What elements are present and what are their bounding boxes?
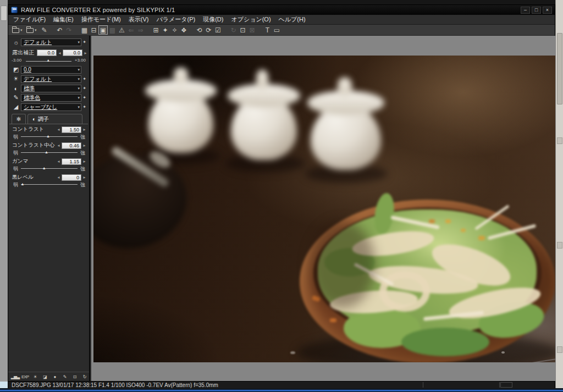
sharpness-tool-icon[interactable]: ✎: [60, 373, 69, 380]
black-level-decrement[interactable]: ◂: [57, 175, 60, 180]
color-preset-value: 標準色: [24, 94, 78, 102]
tone-tab-label: 調子: [38, 115, 49, 123]
exposure-slider[interactable]: -3.00 +3.00 ▲: [12, 57, 86, 65]
spot-tool-icon[interactable]: ✧: [170, 25, 179, 35]
slider-handle[interactable]: ▲: [42, 166, 46, 170]
black-level-value[interactable]: 0: [62, 174, 81, 181]
next-image-icon[interactable]: ⇒: [136, 25, 145, 35]
black-level-label: 黒レベル: [12, 174, 56, 181]
menu-develop[interactable]: 現像(D): [203, 15, 223, 24]
minimize-button[interactable]: –: [521, 7, 530, 14]
exposure-increment[interactable]: ▸: [84, 51, 87, 56]
menu-view[interactable]: 表示(V): [129, 15, 149, 24]
contrast-increment[interactable]: ▸: [82, 127, 86, 132]
gamma-increment[interactable]: ▸: [82, 159, 86, 164]
slider-handle[interactable]: ▲: [45, 150, 48, 154]
rotate-left-icon[interactable]: ⟲: [195, 25, 204, 35]
white-balance-favorite-button[interactable]: ✦: [81, 76, 87, 81]
thumbnail-view-icon[interactable]: ▦: [80, 25, 89, 35]
taste-favorite-button[interactable]: ✦: [81, 40, 87, 45]
black-level-slider[interactable]: 弱 強 ▲: [12, 181, 86, 188]
color-tool-icon[interactable]: ●: [51, 373, 59, 380]
open-file-caret[interactable]: ▾: [20, 28, 24, 32]
gamma-label: ガンマ: [12, 158, 56, 165]
refresh-icon[interactable]: ↻: [229, 25, 238, 35]
exposure-spin-value[interactable]: 0.0: [63, 49, 82, 56]
exposure-preset-dropdown[interactable]: 0.0 ▾: [21, 66, 81, 74]
color-favorite-button[interactable]: ✦: [81, 95, 87, 100]
picker-tool-icon[interactable]: ❖: [179, 25, 189, 35]
carrot-bit: [429, 219, 435, 223]
sharpness-icon: ◢: [11, 103, 21, 111]
combined-view-icon[interactable]: ⊟: [89, 25, 98, 35]
tone-tool-icon[interactable]: ◪: [41, 373, 49, 380]
app-icon: [11, 7, 18, 13]
taste-value: デフォルト: [24, 38, 78, 46]
close-button[interactable]: ×: [543, 7, 552, 14]
white-balance-icon: ☀: [11, 75, 21, 82]
menu-parameters[interactable]: パラメータ(P): [156, 15, 195, 24]
text-tool-icon[interactable]: T: [263, 25, 272, 35]
undo-icon[interactable]: ↶: [55, 25, 64, 35]
white-balance-tool-icon[interactable]: ☀: [31, 373, 39, 380]
warning-display-icon[interactable]: ⚠: [117, 25, 126, 35]
contrast-center-decrement[interactable]: ◂: [57, 143, 60, 148]
display-settings-icon[interactable]: ▭: [272, 25, 282, 35]
contrast-center-increment[interactable]: ▸: [82, 143, 86, 148]
color-preset-dropdown[interactable]: 標準色 ▾: [21, 94, 81, 102]
gamma-control: ガンマ ◂ 1.15 ▸ 弱 強 ▲: [8, 156, 89, 172]
photo-preview[interactable]: [93, 56, 555, 362]
sharpness-dropdown[interactable]: シャープなし ▾: [21, 103, 81, 111]
contrast-center-value[interactable]: 0.46: [62, 142, 81, 149]
gamma-value[interactable]: 1.15: [62, 158, 81, 165]
auto-adjust-icon[interactable]: ✦: [161, 25, 170, 35]
open-folder-icon[interactable]: [25, 25, 35, 35]
edit-brush-icon[interactable]: ✎: [40, 25, 49, 35]
contrast-value[interactable]: 1.50: [62, 126, 81, 133]
menu-edit[interactable]: 編集(E): [53, 15, 74, 24]
preview-view-icon[interactable]: ▣: [98, 25, 108, 35]
tone-favorite-button[interactable]: ✦: [81, 86, 87, 91]
scrollbar-thumb[interactable]: [557, 33, 562, 104]
white-balance-dropdown[interactable]: デフォルト ▾: [21, 75, 81, 83]
open-file-icon[interactable]: [11, 25, 20, 35]
maximize-button[interactable]: □: [532, 7, 541, 14]
menu-operation-mode[interactable]: 操作モード(M): [81, 15, 121, 24]
paste-params-icon[interactable]: ⊠: [247, 25, 257, 35]
exposure-decrement[interactable]: ◂: [58, 51, 62, 56]
black-level-increment[interactable]: ▸: [82, 175, 86, 180]
rotate-tool-icon[interactable]: ↻: [80, 373, 89, 380]
background-scrollbar[interactable]: [555, 0, 563, 392]
grid-tool-icon[interactable]: ⊞: [151, 25, 161, 35]
exposure-info-icon[interactable]: EXP: [21, 373, 29, 380]
redo-icon[interactable]: ↷: [64, 25, 74, 35]
tab-settings[interactable]: ✻: [12, 114, 26, 124]
multi-preview-icon[interactable]: ▩: [108, 25, 117, 35]
gamma-decrement[interactable]: ◂: [57, 159, 60, 164]
menu-options[interactable]: オプション(O): [231, 15, 271, 24]
mark-check-icon[interactable]: ☑: [213, 25, 223, 35]
menu-file[interactable]: ファイル(F): [13, 15, 46, 24]
prev-image-icon[interactable]: ⇐: [126, 25, 136, 35]
contrast-center-slider[interactable]: 弱 強 ▲: [12, 149, 86, 156]
taste-dropdown[interactable]: デフォルト ▾: [21, 38, 81, 46]
open-folder-caret[interactable]: ▾: [35, 28, 38, 32]
rotate-right-icon[interactable]: ⟳: [204, 25, 213, 35]
slider-handle[interactable]: ▲: [21, 182, 25, 186]
status-divider: [499, 382, 500, 388]
gamma-slider[interactable]: 弱 強 ▲: [12, 165, 86, 172]
slider-handle[interactable]: ▲: [46, 58, 50, 62]
crop-tool-icon[interactable]: ⊡: [70, 373, 79, 380]
histogram-icon[interactable]: ▂▅▃: [11, 373, 19, 380]
sharpness-favorite-button[interactable]: ✦: [81, 104, 87, 109]
contrast-slider[interactable]: 弱 強 ▲: [12, 133, 86, 140]
menu-help[interactable]: ヘルプ(H): [279, 15, 306, 24]
titlebar[interactable]: RAW FILE CONVERTER EX powered by SILKYPI…: [8, 5, 555, 15]
contrast-decrement[interactable]: ◂: [57, 127, 60, 132]
tab-tone[interactable]: ◐ 調子: [27, 114, 82, 124]
toolbar: ▾ ▾ ✎ ↶ ↷ ▦ ⊟ ▣ ▩ ⚠ ⇐ ⇒ ⊞ ✦ ✧ ❖ ⟲ ⟳ ☑ ↻ …: [8, 25, 555, 36]
slider-handle[interactable]: ▲: [46, 134, 50, 138]
copy-params-icon[interactable]: ⊡: [238, 25, 247, 35]
tone-preset-dropdown[interactable]: 標準 ▾: [21, 85, 81, 92]
chevron-down-icon: ▾: [78, 105, 80, 109]
